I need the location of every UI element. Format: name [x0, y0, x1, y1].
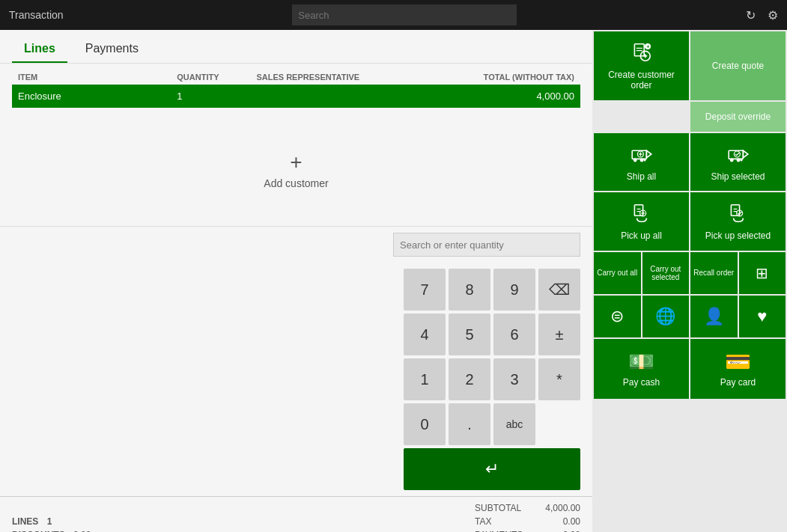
cell-total: 4,000.00 [416, 91, 574, 102]
numpad-8[interactable]: 8 [449, 269, 490, 311]
svg-point-18 [729, 158, 733, 162]
title-search-area [64, 4, 746, 25]
ship-selected-icon [726, 142, 750, 168]
subtotal-row: SUBTOTAL 4,000.00 [475, 503, 580, 513]
icon-btn-3[interactable]: 👤 [690, 296, 738, 337]
add-customer-area[interactable]: + Add customer [0, 114, 592, 226]
col-sales-rep: SALES REPRESENTATIVE [256, 73, 415, 82]
carry-out-all-button[interactable]: Carry out all [594, 252, 641, 294]
search-quantity-area [0, 226, 592, 263]
ship-all-button[interactable]: Ship all [594, 133, 689, 191]
quantity-input[interactable] [393, 233, 580, 257]
extra-action-button[interactable]: ⊞ [739, 252, 786, 294]
heart-icon: ♥ [757, 307, 767, 326]
svg-point-10 [633, 158, 636, 162]
title-bar-controls: ↻ ⚙ [746, 8, 778, 22]
cell-sales-rep [256, 91, 415, 102]
tab-lines[interactable]: Lines [12, 36, 67, 63]
icon-btn-4[interactable]: ♥ [739, 296, 786, 337]
numpad-5[interactable]: 5 [449, 314, 490, 355]
pay-cash-label: Pay cash [623, 377, 660, 388]
svg-marker-17 [743, 150, 747, 158]
ship-all-icon [630, 142, 654, 168]
svg-point-20 [740, 159, 742, 161]
numpad-1[interactable]: 1 [404, 358, 446, 400]
numpad-9[interactable]: 9 [493, 269, 535, 311]
tab-payments[interactable]: Payments [73, 36, 151, 63]
lines-label: LINES [12, 516, 38, 527]
svg-rect-0 [634, 44, 644, 56]
recall-order-label: Recall order [693, 269, 734, 277]
search-input[interactable] [292, 4, 517, 25]
numpad-multiply[interactable]: * [538, 358, 580, 400]
numpad-4[interactable]: 4 [404, 314, 446, 355]
pick-up-all-label: Pick up all [621, 230, 662, 241]
col-total: TOTAL (WITHOUT TAX) [416, 73, 574, 82]
numpad-2[interactable]: 2 [449, 358, 490, 400]
footer-left: LINES 1 DISCOUNTS 0.00 [12, 516, 97, 532]
carry-out-all-label: Carry out all [597, 269, 637, 277]
numpad-7[interactable]: 7 [404, 269, 446, 311]
numpad-0[interactable]: 0 [404, 403, 446, 445]
numpad-3[interactable]: 3 [493, 358, 535, 400]
tax-row: TAX 0.00 [475, 516, 580, 527]
numpad-enter[interactable]: ↵ [404, 448, 580, 490]
svg-point-19 [736, 158, 740, 162]
pay-card-button[interactable]: 💳 Pay card [690, 339, 786, 399]
icon-btn-2[interactable]: 🌐 [642, 296, 690, 337]
numpad-plusminus[interactable]: ± [538, 314, 580, 355]
circle-icon: ⊜ [610, 307, 624, 326]
lines-row: LINES 1 [12, 516, 97, 527]
lines-value: 1 [47, 516, 52, 527]
add-customer-label: Add customer [264, 177, 328, 189]
pay-card-icon: 💳 [725, 349, 751, 374]
create-customer-order-button[interactable]: + Create customer order [594, 31, 689, 100]
numpad-abc[interactable]: abc [493, 403, 535, 445]
pickup-selected-icon [726, 201, 750, 227]
svg-marker-9 [646, 150, 651, 158]
refresh-icon[interactable]: ↻ [746, 8, 756, 22]
carry-out-selected-button[interactable]: Carry out selected [642, 252, 690, 294]
pick-up-all-button[interactable]: Pick up all [594, 192, 689, 250]
ship-selected-label: Ship selected [711, 171, 765, 182]
svg-point-11 [639, 158, 643, 162]
cell-item: Enclosure [18, 91, 177, 102]
globe-icon: 🌐 [655, 307, 675, 326]
pay-cash-button[interactable]: 💵 Pay cash [594, 339, 689, 399]
numpad-backspace[interactable]: ⌫ [538, 269, 580, 311]
subtotal-value: 4,000.00 [545, 503, 580, 513]
settings-icon[interactable]: ⚙ [768, 8, 778, 22]
ship-selected-button[interactable]: Ship selected [690, 133, 786, 191]
recall-order-button[interactable]: Recall order [690, 252, 738, 294]
footer-totals: LINES 1 DISCOUNTS 0.00 SUBTOTAL 4,000.00… [0, 496, 592, 532]
pick-up-selected-label: Pick up selected [705, 230, 771, 241]
create-quote-button[interactable]: Create quote [690, 31, 786, 100]
subtotal-label: SUBTOTAL [475, 503, 521, 513]
numpad: 7 8 9 ⌫ 4 5 6 ± 1 2 3 * 0 . abc ↵ [404, 269, 580, 490]
numpad-6[interactable]: 6 [493, 314, 535, 355]
app-title: Transaction [9, 9, 64, 21]
cell-quantity: 1 [177, 91, 256, 102]
create-order-icon: + [630, 40, 654, 67]
carry-out-selected-label: Carry out selected [645, 265, 687, 281]
person-icon: 👤 [704, 307, 724, 326]
table-header: ITEM QUANTITY SALES REPRESENTATIVE TOTAL… [12, 70, 580, 85]
table-row[interactable]: Enclosure 1 4,000.00 [12, 85, 580, 108]
left-panel: Lines Payments ITEM QUANTITY SALES REPRE… [0, 30, 592, 532]
numpad-area: 7 8 9 ⌫ 4 5 6 ± 1 2 3 * 0 . abc ↵ [0, 263, 592, 496]
numpad-dot[interactable]: . [449, 403, 490, 445]
tax-label: TAX [475, 516, 491, 527]
icon-btn-1[interactable]: ⊜ [594, 296, 641, 337]
pickup-all-icon [630, 201, 654, 227]
pick-up-selected-button[interactable]: Pick up selected [690, 192, 786, 250]
main-layout: Lines Payments ITEM QUANTITY SALES REPRE… [0, 30, 787, 532]
create-quote-label: Create quote [712, 61, 764, 71]
add-customer-plus-icon: + [290, 150, 302, 174]
create-order-label: Create customer order [600, 70, 683, 91]
col-item: ITEM [18, 73, 177, 82]
deposit-override-button[interactable]: Deposit override [690, 102, 786, 132]
title-bar: Transaction ↻ ⚙ [0, 0, 787, 30]
tax-value: 0.00 [563, 516, 580, 527]
deposit-override-label: Deposit override [705, 111, 771, 122]
right-panel: + Create customer order Create quote Dep… [592, 30, 787, 532]
